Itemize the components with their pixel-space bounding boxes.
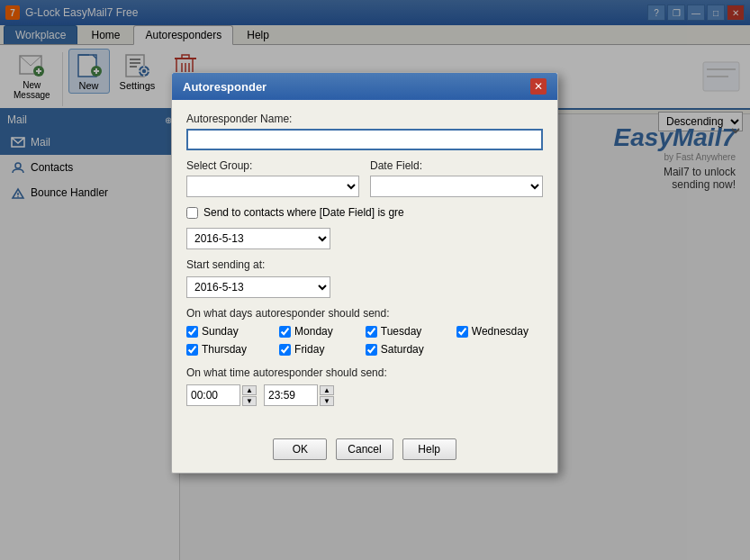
checkbox-row: Send to contacts where [Date Field] is g… (186, 206, 543, 219)
time-start-up[interactable]: ▲ (242, 385, 257, 395)
datefield-label: Date Field: (370, 159, 543, 172)
name-label: Autoresponder Name: (186, 113, 543, 125)
wednesday-label: Wednesday (472, 325, 529, 338)
date2-row: 2016-5-13 (186, 276, 543, 298)
ok-button[interactable]: OK (273, 438, 327, 460)
friday-label: Friday (294, 343, 324, 356)
day-monday: Monday (279, 325, 348, 338)
day-sunday: Sunday (186, 325, 261, 338)
start-label: Start sending at: (186, 258, 543, 271)
datefield-select[interactable] (370, 176, 543, 197)
day-thursday: Thursday (186, 343, 261, 356)
group-date-row: Select Group: Date Field: (186, 159, 543, 197)
thursday-label: Thursday (202, 343, 247, 356)
sunday-label: Sunday (202, 325, 239, 338)
modal-header: Autoresponder ✕ (172, 73, 557, 100)
time-start-down[interactable]: ▼ (242, 396, 257, 406)
time-end-spinner: ▲ ▼ (320, 385, 334, 406)
time-label: On what time autoresponder should send: (186, 366, 543, 379)
datefield-col: Date Field: (370, 159, 543, 197)
checkbox-label: Send to contacts where [Date Field] is g… (203, 206, 404, 219)
date2-select[interactable]: 2016-5-13 (186, 276, 330, 298)
friday-checkbox[interactable] (279, 344, 291, 356)
date1-row: 2016-5-13 (186, 228, 543, 249)
time-row: 00:00 ▲ ▼ 23:59 ▲ ▼ (186, 384, 543, 406)
group-select[interactable] (186, 176, 359, 197)
day-wednesday: Wednesday (456, 325, 543, 338)
sunday-checkbox[interactable] (186, 326, 198, 338)
thursday-checkbox[interactable] (186, 344, 198, 356)
day-tuesday: Tuesday (366, 325, 438, 338)
days-grid: Sunday Monday Tuesday Wednesday Thursday… (186, 325, 543, 356)
tuesday-label: Tuesday (381, 325, 422, 338)
modal-title: Autoresponder (183, 80, 267, 94)
days-label: On what days autoresponder should send: (186, 307, 543, 320)
time-start-group: 00:00 ▲ ▼ (186, 384, 257, 406)
day-saturday: Saturday (366, 343, 438, 356)
group-label: Select Group: (186, 159, 359, 172)
modal-footer: OK Cancel Help (172, 431, 557, 473)
modal-body: Autoresponder Name: Select Group: Date F… (172, 100, 557, 431)
group-col: Select Group: (186, 159, 359, 197)
tuesday-checkbox[interactable] (366, 326, 377, 338)
cancel-button[interactable]: Cancel (336, 438, 393, 460)
modal-close-button[interactable]: ✕ (530, 78, 547, 95)
monday-checkbox[interactable] (279, 326, 291, 338)
saturday-checkbox[interactable] (366, 344, 377, 356)
help-dialog-button[interactable]: Help (402, 438, 456, 460)
time-end-group: 23:59 ▲ ▼ (264, 384, 334, 406)
time-start-spinner: ▲ ▼ (242, 385, 257, 406)
monday-label: Monday (294, 325, 333, 338)
day-friday: Friday (279, 343, 348, 356)
time-end-down[interactable]: ▼ (320, 396, 334, 406)
time-end-display: 23:59 (264, 384, 318, 406)
name-input[interactable] (186, 129, 543, 150)
wednesday-checkbox[interactable] (456, 326, 468, 338)
time-start-display: 00:00 (186, 384, 240, 406)
time-end-up[interactable]: ▲ (320, 385, 334, 395)
date1-select[interactable]: 2016-5-13 (186, 228, 330, 249)
date-filter-checkbox[interactable] (186, 207, 198, 219)
autoresponder-dialog: Autoresponder ✕ Autoresponder Name: Sele… (171, 72, 558, 474)
saturday-label: Saturday (381, 343, 424, 356)
